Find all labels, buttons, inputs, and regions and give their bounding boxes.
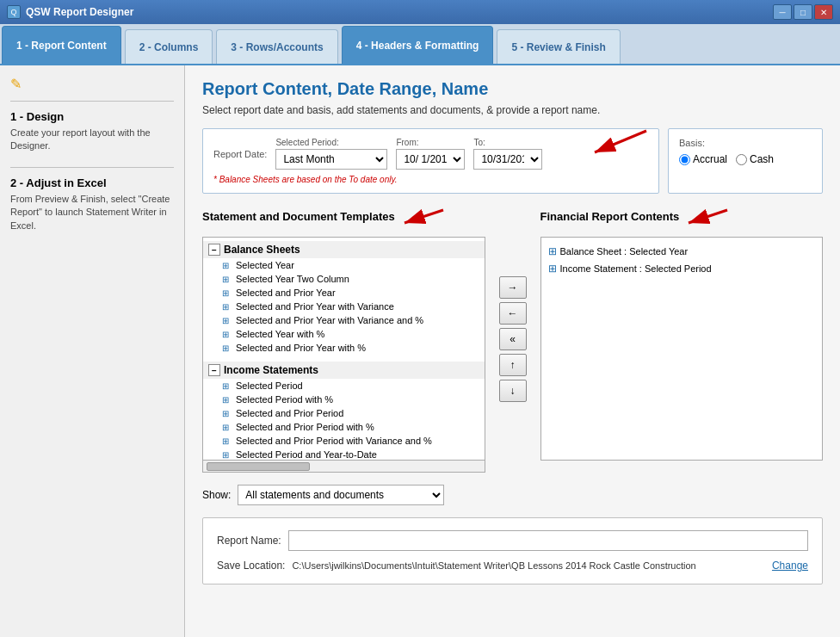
sidebar-section-design-title: 1 - Design [10, 110, 174, 123]
tab-report-content[interactable]: 1 - Report Content [2, 26, 121, 64]
financial-header: Financial Report Contents [540, 210, 680, 223]
move-down-button[interactable]: ↓ [499, 380, 527, 402]
app-icon: Q [7, 5, 21, 19]
svg-line-1 [595, 131, 646, 152]
financial-item[interactable]: ⊞ Balance Sheet : Selected Year [547, 243, 818, 260]
show-row: Show: All statements and documents State… [202, 485, 823, 505]
save-location-label: Save Location: [217, 560, 285, 572]
template-item[interactable]: ⊞Selected and Prior Period [203, 406, 485, 420]
remove-button[interactable]: ← [499, 302, 527, 325]
template-item[interactable]: ⊞Selected and Prior Period with Variance… [203, 434, 485, 448]
item-label: Selected Year Two Column [236, 274, 349, 284]
template-icon: ⊞ [222, 436, 232, 446]
template-item[interactable]: ⊞Selected Year Two Column [203, 272, 485, 286]
item-label: Selected Period and Year-to-Date [236, 449, 377, 460]
collapse-balance-sheets-icon[interactable]: − [208, 244, 220, 256]
edit-icon[interactable]: ✎ [10, 77, 22, 91]
template-item[interactable]: ⊞Selected and Prior Period with % [203, 420, 485, 434]
balance-sheets-header[interactable]: − Balance Sheets [203, 241, 485, 258]
date-note: * Balance Sheets are based on the To dat… [213, 175, 648, 184]
accrual-option[interactable]: Accrual [679, 153, 727, 165]
change-link[interactable]: Change [772, 560, 808, 572]
basis-label: Basis: [679, 138, 812, 148]
maximize-button[interactable]: □ [794, 4, 812, 20]
tab-review-finish[interactable]: 5 - Review & Finish [497, 29, 620, 64]
template-icon: ⊞ [222, 409, 232, 418]
template-icon: ⊞ [222, 343, 232, 353]
template-item[interactable]: ⊞Selected and Prior Year with Variance [203, 300, 485, 313]
template-icon: ⊞ [222, 450, 232, 460]
template-icon: ⊞ [222, 395, 232, 405]
basis-box: Basis: Accrual Cash [668, 128, 823, 194]
remove-all-button[interactable]: « [499, 328, 527, 350]
template-item[interactable]: ⊞Selected Period [203, 379, 485, 393]
tab-bar: 1 - Report Content 2 - Columns 3 - Rows/… [0, 24, 840, 65]
sidebar-section-adjust: 2 - Adjust in Excel From Preview & Finis… [10, 176, 174, 232]
income-statements-label: Income Statements [224, 364, 318, 376]
to-date-select[interactable]: 10/31/2014 [473, 149, 542, 170]
svg-line-3 [405, 210, 443, 223]
financial-list[interactable]: ⊞ Balance Sheet : Selected Year ⊞ Income… [540, 237, 824, 461]
arrow-to-period [578, 122, 655, 165]
tab-rows-accounts[interactable]: 3 - Rows/Accounts [216, 29, 337, 64]
close-button[interactable]: ✕ [814, 4, 833, 20]
show-label: Show: [202, 489, 231, 501]
cash-radio[interactable] [736, 154, 747, 165]
tab-headers-formatting[interactable]: 4 - Headers & Formatting [342, 26, 494, 64]
balance-sheets-group: − Balance Sheets ⊞Selected Year ⊞Selecte… [203, 238, 485, 358]
sidebar-section-design: 1 - Design Create your report layout wit… [10, 110, 174, 153]
template-icon: ⊞ [222, 288, 232, 298]
item-label: Selected and Prior Year with Variance [236, 301, 394, 312]
templates-section: Statement and Document Templates [202, 206, 823, 473]
template-icon: ⊞ [222, 316, 232, 325]
financial-item-label: Income Statement : Selected Period [560, 263, 712, 274]
template-tree[interactable]: − Balance Sheets ⊞Selected Year ⊞Selecte… [202, 237, 485, 461]
item-label: Selected and Prior Year with % [236, 343, 366, 353]
horizontal-scrollbar[interactable] [202, 461, 485, 473]
selected-period-label: Selected Period: [275, 138, 387, 147]
report-date-label: Report Date: [213, 149, 267, 159]
date-range-row: Report Date: Selected Period: Last Month… [202, 128, 823, 194]
financial-item-icon: ⊞ [548, 245, 557, 257]
period-select[interactable]: Last Month [275, 149, 387, 170]
financial-item[interactable]: ⊞ Income Statement : Selected Period [547, 260, 818, 277]
item-label: Selected and Prior Period with % [236, 422, 374, 432]
item-label: Selected Period [236, 380, 303, 391]
balance-sheets-label: Balance Sheets [224, 244, 300, 256]
content-title: Report Content, Date Range, Name [202, 79, 823, 99]
financial-item-label: Balance Sheet : Selected Year [560, 246, 689, 257]
sidebar-section-adjust-title: 2 - Adjust in Excel [10, 176, 174, 189]
add-button[interactable]: → [499, 276, 527, 299]
template-icon: ⊞ [222, 381, 232, 391]
accrual-radio[interactable] [679, 154, 690, 165]
transfer-buttons: → ← « ↑ ↓ [494, 206, 532, 473]
template-item[interactable]: ⊞Selected and Prior Year [203, 286, 485, 300]
arrow-to-templates [400, 206, 452, 232]
income-statements-header[interactable]: − Income Statements [203, 362, 485, 379]
report-name-label: Report Name: [217, 535, 281, 547]
template-item[interactable]: ⊞Selected Year with % [203, 327, 485, 341]
collapse-income-icon[interactable]: − [208, 364, 220, 376]
item-label: Selected Period with % [236, 394, 333, 405]
item-label: Selected and Prior Period [236, 408, 343, 418]
template-item[interactable]: ⊞Selected and Prior Year with % [203, 341, 485, 355]
to-label: To: [473, 138, 542, 147]
show-select[interactable]: All statements and documents Statements … [238, 485, 444, 505]
arrow-to-financial [684, 206, 736, 232]
template-item[interactable]: ⊞Selected Period with % [203, 393, 485, 406]
template-item[interactable]: ⊞Selected Year [203, 258, 485, 272]
from-date-group: From: 10/ 1/2014 [396, 138, 465, 170]
move-up-button[interactable]: ↑ [499, 354, 527, 376]
template-item[interactable]: ⊞Selected and Prior Year with Variance a… [203, 313, 485, 327]
minimize-button[interactable]: ─ [773, 4, 792, 20]
cash-option[interactable]: Cash [736, 153, 774, 165]
date-range-box: Report Date: Selected Period: Last Month… [202, 128, 659, 194]
report-name-input[interactable] [288, 530, 808, 551]
template-item[interactable]: ⊞Selected Period and Year-to-Date [203, 448, 485, 461]
financial-panel: Financial Report Contents ⊞ [540, 206, 824, 473]
templates-header: Statement and Document Templates [202, 210, 395, 223]
tab-columns[interactable]: 2 - Columns [125, 29, 213, 64]
item-label: Selected and Prior Year with Variance an… [236, 315, 423, 325]
from-date-select[interactable]: 10/ 1/2014 [396, 149, 465, 170]
save-location-row: Save Location: C:\Users\jwilkins\Documen… [217, 560, 808, 572]
